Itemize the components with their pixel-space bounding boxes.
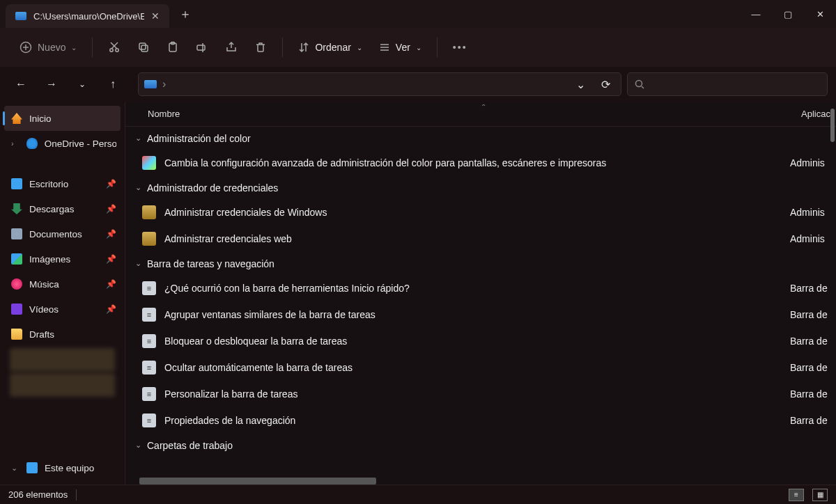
plus-circle-icon [20,41,32,54]
more-button[interactable]: ••• [446,35,474,60]
doc-icon: ≡ [142,361,156,375]
vertical-scrollbar[interactable] [829,102,836,485]
sidebar-item-videos[interactable]: Vídeos 📌 [0,297,125,322]
sidebar-item-redacted[interactable] [10,348,115,372]
chevron-down-icon: ⌄ [357,44,362,52]
share-button[interactable] [218,35,245,60]
close-tab-icon[interactable]: ✕ [151,10,160,22]
doc-icon: ≡ [142,281,156,295]
list-item[interactable]: ≡Agrupar ventanas similares de la barra … [125,301,836,328]
pin-icon[interactable]: 📌 [106,304,116,314]
trash-icon [254,41,267,54]
recent-button[interactable]: ⌄ [70,72,95,97]
forward-button[interactable]: → [39,72,64,97]
sidebar-item-descargas[interactable]: Descargas 📌 [0,196,125,221]
sort-label: Ordenar [315,42,350,53]
sidebar-item-onedrive[interactable]: › OneDrive - Perso [0,131,125,156]
horizontal-scrollbar[interactable] [139,478,376,485]
list-item[interactable]: ≡Bloquear o desbloquear la barra de tare… [125,328,836,354]
cloud-icon [26,138,38,149]
item-name: Administrar credenciales web [164,233,782,244]
pin-icon[interactable]: 📌 [106,204,116,214]
sort-indicator-icon: ⌃ [481,103,486,111]
chevron-right-icon[interactable]: › [11,139,20,148]
color-icon [142,156,156,170]
chevron-down-icon: ⌄ [135,183,141,192]
tiles-view-button[interactable]: ▦ [812,489,828,501]
tab-title: C:\Users\mauro\OneDrive\Esc [33,11,144,22]
list-item[interactable]: Cambia la configuración avanzada de admi… [125,150,836,176]
chevron-down-icon[interactable]: ⌄ [11,464,20,473]
view-button[interactable]: Ver ⌄ [372,35,428,60]
item-name: Propiedades de la navegación [164,415,782,426]
sidebar-item-inicio[interactable]: Inicio [4,106,121,131]
new-tab-button[interactable]: ＋ [179,6,192,22]
sidebar-item-label: Este equipo [45,463,94,473]
pin-icon[interactable]: 📌 [106,254,116,264]
sidebar-item-escritorio[interactable]: Escritorio 📌 [0,171,125,196]
list-item[interactable]: ≡Propiedades de la navegaciónBarra de [125,407,836,434]
sidebar-item-label: Escritorio [29,179,68,189]
list-item[interactable]: ≡¿Qué ocurrió con la barra de herramient… [125,275,836,301]
list-item[interactable]: ≡Personalizar la barra de tareasBarra de [125,381,836,407]
list-item[interactable]: Administrar credenciales de WindowsAdmin… [125,199,836,226]
doc-icon: ≡ [142,334,156,348]
address-bar[interactable]: › ⌄ ⟳ [138,72,621,96]
sidebar-item-este-equipo[interactable]: ⌄ Este equipo [0,455,125,480]
group-header[interactable]: ⌄Administrador de credenciales [125,176,836,199]
search-input[interactable] [627,72,828,96]
pin-icon[interactable]: 📌 [106,229,116,239]
minimize-button[interactable]: ― [740,0,772,28]
svg-point-3 [110,49,113,52]
copy-button[interactable] [130,35,157,60]
maximize-button[interactable]: ▢ [772,0,804,28]
address-history-button[interactable]: ⌄ [571,78,590,91]
group-header[interactable]: ⌄Administración del color [125,127,836,150]
up-button[interactable]: ↑ [100,72,125,97]
sidebar-item-drafts[interactable]: Drafts [0,322,125,347]
refresh-button[interactable]: ⟳ [596,78,615,91]
group-header[interactable]: ⌄Carpetas de trabajo [125,434,836,457]
paste-button[interactable] [160,35,186,60]
pin-icon[interactable]: 📌 [106,179,116,189]
doc-icon: ≡ [142,308,156,322]
close-window-button[interactable]: ✕ [804,0,836,28]
cut-button[interactable] [101,35,127,60]
paste-icon [167,41,179,54]
view-label: Ver [396,42,410,53]
pin-icon[interactable]: 📌 [106,279,116,289]
new-button[interactable]: Nuevo ⌄ [13,35,84,60]
address-icon [144,80,157,88]
delete-button[interactable] [247,35,274,60]
desktop-icon [11,178,22,189]
list-item[interactable]: Administrar credenciales webAdminis [125,226,836,252]
tab-current[interactable]: C:\Users\mauro\OneDrive\Esc ✕ [6,4,169,28]
svg-point-16 [636,81,642,87]
sidebar-item-label: Documentos [29,229,82,239]
item-name: Agrupar ventanas similares de la barra d… [164,309,782,320]
sidebar-item-documentos[interactable]: Documentos 📌 [0,221,125,246]
pc-icon [26,462,38,473]
details-view-button[interactable]: ≡ [789,489,804,501]
list-item[interactable]: ≡Ocultar automáticamente la barra de tar… [125,354,836,381]
group-header[interactable]: ⌄Barra de tareas y navegación [125,252,836,275]
item-name: Ocultar automáticamente la barra de tare… [164,362,782,373]
status-count: 206 elementos [8,489,68,500]
item-name: Administrar credenciales de Windows [164,207,782,218]
rename-button[interactable] [189,35,215,60]
back-button[interactable]: ← [8,72,33,97]
download-icon [11,203,22,214]
column-header-aplicacion[interactable]: Aplicac [801,109,830,119]
column-header-nombre[interactable]: Nombre [125,109,752,119]
sidebar-item-imagenes[interactable]: Imágenes 📌 [0,246,125,271]
item-name: Personalizar la barra de tareas [164,388,782,400]
chevron-down-icon: ⌄ [135,259,141,268]
sort-button[interactable]: Ordenar ⌄ [291,35,369,60]
sidebar-item-label: OneDrive - Perso [45,139,116,149]
svg-line-17 [642,86,644,88]
sidebar-item-musica[interactable]: Música 📌 [0,271,125,297]
sidebar-item-redacted[interactable] [10,373,115,397]
home-icon [11,113,22,124]
chevron-down-icon: ⌄ [135,441,141,450]
music-icon [11,278,22,290]
